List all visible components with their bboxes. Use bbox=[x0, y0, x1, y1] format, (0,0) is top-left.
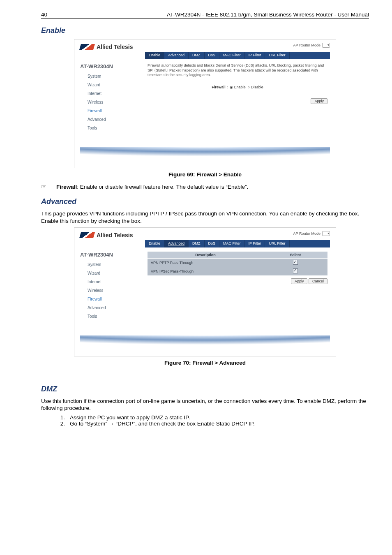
sidebar-item-tools[interactable]: Tools bbox=[80, 312, 145, 321]
checkbox-ipsec[interactable] bbox=[293, 268, 298, 273]
brand-logo: Allied Telesis bbox=[80, 44, 330, 50]
dmz-steps: 1.Assign the PC you want to apply DMZ a … bbox=[58, 414, 369, 427]
step-1: Assign the PC you want to apply DMZ a st… bbox=[70, 414, 190, 421]
tab-dos[interactable]: DoS bbox=[205, 52, 220, 59]
advanced-body: This page provides VPN functions includi… bbox=[41, 210, 369, 225]
vpn-pass-through-table: Description Select VPN PPTP Pass-Through… bbox=[148, 252, 327, 276]
checkbox-pptp[interactable] bbox=[293, 260, 298, 265]
apply-button[interactable]: Apply bbox=[311, 98, 327, 104]
tab-enable[interactable]: Enable bbox=[145, 240, 164, 247]
tab-enable[interactable]: Enable bbox=[145, 52, 164, 59]
sidebar-item-internet[interactable]: Internet bbox=[80, 278, 145, 286]
mode-selector: AP Router Mode bbox=[293, 43, 330, 48]
col-description: Description bbox=[148, 252, 263, 259]
sidebar: AT-WR2304N System Wizard Internet Wirele… bbox=[80, 59, 145, 132]
sidebar-model: AT-WR2304N bbox=[80, 252, 145, 258]
sidebar-item-advanced[interactable]: Advanced bbox=[80, 115, 145, 124]
sidebar-item-system[interactable]: System bbox=[80, 72, 145, 81]
heading-enable: Enable bbox=[41, 26, 369, 35]
page-number: 40 bbox=[41, 12, 47, 18]
firewall-tabs: Enable Advanced DMZ DoS MAC Filter IP Fi… bbox=[145, 52, 330, 59]
firewall-toggle-row: Firewall : ◉ Enable ○ Disable bbox=[148, 85, 327, 89]
bullet-firewall: Firewall: Enable or disable firewall fea… bbox=[56, 184, 248, 190]
apply-button[interactable]: Apply bbox=[291, 278, 308, 284]
tab-url[interactable]: URL Filter bbox=[265, 240, 289, 247]
step-2: Go to “System” → “DHCP”, and then check … bbox=[70, 421, 255, 427]
sidebar-item-tools[interactable]: Tools bbox=[80, 124, 145, 132]
panel-description: Firewall automatically detects and block… bbox=[148, 63, 327, 78]
figure-70-caption: Figure 70: Firewall > Advanced bbox=[41, 360, 369, 366]
tab-mac[interactable]: MAC Filter bbox=[219, 52, 245, 59]
dropdown-icon[interactable] bbox=[322, 231, 330, 236]
mode-selector: AP Router Mode bbox=[293, 231, 330, 236]
brand-mark-icon bbox=[79, 44, 95, 50]
sidebar-item-firewall[interactable]: Firewall bbox=[80, 106, 145, 115]
footer-swoosh bbox=[80, 147, 330, 159]
table-row: VPN IPSec Pass-Through bbox=[148, 267, 327, 275]
doc-title: AT-WR2304N - IEEE 802.11 b/g/n, Small Bu… bbox=[167, 12, 369, 18]
pointer-icon: ☞ bbox=[41, 183, 46, 190]
figure-69-caption: Figure 69: Firewall > Enable bbox=[41, 171, 369, 178]
sidebar-item-wireless[interactable]: Wireless bbox=[80, 98, 145, 106]
dropdown-icon[interactable] bbox=[322, 43, 330, 48]
tab-ip[interactable]: IP Filter bbox=[245, 52, 265, 59]
tab-dos[interactable]: DoS bbox=[205, 240, 220, 247]
screenshot-firewall-advanced: AP Router Mode Allied Telesis Enable Adv… bbox=[74, 227, 336, 356]
screenshot-firewall-enable: AP Router Mode Allied Telesis Enable Adv… bbox=[74, 39, 336, 168]
sidebar: AT-WR2304N System Wizard Internet Wirele… bbox=[80, 247, 145, 321]
tab-dmz[interactable]: DMZ bbox=[189, 52, 205, 59]
tab-dmz[interactable]: DMZ bbox=[189, 240, 205, 247]
page-header: 40 AT-WR2304N - IEEE 802.11 b/g/n, Small… bbox=[41, 12, 369, 19]
dmz-body: Use this function if the connection port… bbox=[41, 398, 369, 412]
tab-ip[interactable]: IP Filter bbox=[245, 240, 265, 247]
tab-advanced[interactable]: Advanced bbox=[164, 240, 189, 247]
footer-swoosh bbox=[80, 335, 330, 347]
sidebar-model: AT-WR2304N bbox=[80, 63, 145, 69]
brand-logo: Allied Telesis bbox=[80, 232, 330, 238]
sidebar-item-advanced[interactable]: Advanced bbox=[80, 303, 145, 312]
sidebar-item-firewall[interactable]: Firewall bbox=[80, 295, 145, 303]
sidebar-item-wizard[interactable]: Wizard bbox=[80, 81, 145, 89]
sidebar-item-internet[interactable]: Internet bbox=[80, 89, 145, 98]
heading-dmz: DMZ bbox=[41, 385, 369, 393]
brand-mark-icon bbox=[79, 232, 95, 238]
tab-url[interactable]: URL Filter bbox=[265, 52, 289, 59]
col-select: Select bbox=[263, 252, 327, 259]
table-row: VPN PPTP Pass-Through bbox=[148, 258, 327, 267]
sidebar-item-system[interactable]: System bbox=[80, 260, 145, 269]
tab-mac[interactable]: MAC Filter bbox=[219, 240, 245, 247]
firewall-tabs: Enable Advanced DMZ DoS MAC Filter IP Fi… bbox=[145, 240, 330, 247]
cancel-button[interactable]: Cancel bbox=[309, 278, 327, 284]
sidebar-item-wizard[interactable]: Wizard bbox=[80, 269, 145, 278]
tab-advanced[interactable]: Advanced bbox=[164, 52, 189, 59]
sidebar-item-wireless[interactable]: Wireless bbox=[80, 286, 145, 295]
heading-advanced: Advanced bbox=[41, 197, 369, 206]
